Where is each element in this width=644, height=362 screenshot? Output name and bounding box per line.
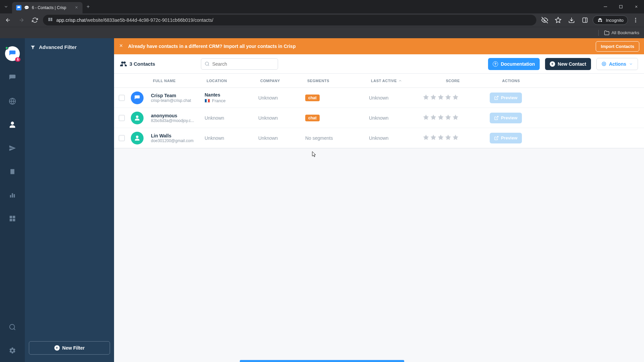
site-settings-icon[interactable] xyxy=(48,17,53,23)
window-close-button[interactable] xyxy=(629,0,644,13)
preview-button[interactable]: Preview xyxy=(490,113,522,123)
help-icon: ? xyxy=(493,61,498,67)
segment-chip[interactable]: chat xyxy=(305,95,320,101)
table-row[interactable]: Lin Wallsdoe301200@gmail.com Unknown Unk… xyxy=(114,128,644,148)
sidepanel-icon[interactable] xyxy=(579,14,591,26)
advanced-filter-header[interactable]: Advanced Filter xyxy=(29,42,110,52)
location-country: France xyxy=(205,98,258,103)
row-checkbox[interactable] xyxy=(119,115,125,121)
nav-campaigns[interactable] xyxy=(6,141,19,155)
tab-title: 6 - Contacts | Crisp xyxy=(32,5,72,10)
avatar xyxy=(131,92,144,104)
back-button[interactable] xyxy=(3,15,13,25)
segment-chip[interactable]: chat xyxy=(305,115,320,121)
svg-rect-18 xyxy=(13,216,15,218)
table-row[interactable]: Crisp Teamcrisp-team@crisp.chat NantesFr… xyxy=(114,88,644,108)
star-icon[interactable] xyxy=(423,94,429,102)
main-content: Already have contacts in a different CRM… xyxy=(114,38,644,362)
folder-icon xyxy=(604,30,609,36)
star-icon[interactable] xyxy=(445,114,451,122)
row-checkbox[interactable] xyxy=(119,135,125,141)
nav-settings[interactable] xyxy=(6,344,19,357)
last-active-value: Unknown xyxy=(369,95,388,101)
score-stars[interactable] xyxy=(423,94,483,102)
tab-search-button[interactable] xyxy=(0,1,12,13)
star-icon[interactable] xyxy=(437,134,444,142)
location-unknown: Unknown xyxy=(205,115,224,121)
table-row[interactable]: anonymous82bc6d3a@moodjoy.c... Unknown U… xyxy=(114,108,644,128)
star-icon[interactable] xyxy=(423,114,429,122)
contact-email: doe301200@gmail.com xyxy=(151,138,201,143)
window-minimize-button[interactable] xyxy=(598,0,613,13)
browser-tab[interactable]: 💬 6 - Contacts | Crisp xyxy=(12,2,83,13)
documentation-button[interactable]: ? Documentation xyxy=(488,58,540,70)
th-score[interactable]: SCORE xyxy=(423,79,483,83)
star-icon[interactable] xyxy=(430,134,437,142)
th-full-name[interactable]: FULL NAME xyxy=(151,79,205,83)
url-input[interactable]: app.crisp.chat/website/6833ae5b-844d-4c9… xyxy=(43,15,536,25)
bookmark-star-icon[interactable] xyxy=(552,14,564,26)
reload-button[interactable] xyxy=(30,15,40,25)
svg-point-22 xyxy=(205,62,209,65)
star-icon[interactable] xyxy=(430,114,437,122)
chat-bubble-icon xyxy=(9,50,16,57)
new-tab-button[interactable]: + xyxy=(83,4,94,10)
star-icon[interactable] xyxy=(452,94,459,102)
advanced-filter-label: Advanced Filter xyxy=(39,44,77,50)
star-icon[interactable] xyxy=(452,134,459,142)
star-icon[interactable] xyxy=(423,134,429,142)
browser-menu-button[interactable] xyxy=(630,14,641,26)
star-icon[interactable] xyxy=(430,94,437,102)
documentation-label: Documentation xyxy=(501,61,535,67)
search-input[interactable] xyxy=(212,61,274,67)
tab-close-button[interactable] xyxy=(74,5,78,11)
download-icon[interactable] xyxy=(566,14,577,26)
eye-off-icon[interactable] xyxy=(539,14,550,26)
nav-analytics[interactable] xyxy=(6,188,19,202)
th-location[interactable]: LOCATION xyxy=(205,79,258,83)
score-stars[interactable] xyxy=(423,114,483,122)
nav-inbox[interactable] xyxy=(6,71,19,84)
nav-helpdesk[interactable] xyxy=(6,165,19,178)
browser-tab-strip: 💬 6 - Contacts | Crisp + xyxy=(0,0,644,13)
all-bookmarks-label: All Bookmarks xyxy=(611,30,639,35)
preview-button[interactable]: Preview xyxy=(490,133,522,143)
row-checkbox[interactable] xyxy=(119,95,125,101)
star-icon[interactable] xyxy=(445,94,451,102)
new-contact-button[interactable]: + New Contact xyxy=(545,58,591,70)
banner-close-button[interactable] xyxy=(119,43,123,49)
new-filter-button[interactable]: + New Filter xyxy=(29,341,110,355)
url-text: app.crisp.chat/website/6833ae5b-844d-4c9… xyxy=(56,17,532,23)
target-icon xyxy=(601,61,606,66)
th-company[interactable]: COMPANY xyxy=(258,79,305,83)
nav-plugins[interactable] xyxy=(6,212,19,225)
incognito-indicator[interactable]: Incognito xyxy=(593,15,628,25)
forward-button[interactable] xyxy=(16,15,27,25)
star-icon[interactable] xyxy=(445,134,451,142)
import-contacts-button[interactable]: Import Contacts xyxy=(596,41,639,52)
score-stars[interactable] xyxy=(423,134,483,142)
nav-visitors[interactable] xyxy=(6,95,19,108)
import-banner: Already have contacts in a different CRM… xyxy=(114,38,644,54)
app-root: 6 Advanced Filter + New Filter Already h… xyxy=(0,38,644,362)
star-icon[interactable] xyxy=(452,114,459,122)
app-logo[interactable]: 6 xyxy=(5,46,20,61)
th-segments[interactable]: SEGMENTS xyxy=(305,79,369,83)
star-icon[interactable] xyxy=(437,94,444,102)
th-last-active[interactable]: LAST ACTIVE xyxy=(369,79,423,83)
star-icon[interactable] xyxy=(437,114,444,122)
window-maximize-button[interactable] xyxy=(613,0,629,13)
all-bookmarks-button[interactable]: All Bookmarks xyxy=(604,30,639,36)
bottom-notification-bar[interactable] xyxy=(240,360,404,362)
bookmarks-bar: All Bookmarks xyxy=(0,27,644,38)
search-input-wrap[interactable] xyxy=(201,58,278,70)
svg-rect-3 xyxy=(49,20,50,21)
notification-badge: 6 xyxy=(15,57,20,62)
svg-rect-13 xyxy=(10,169,14,174)
nav-contacts[interactable] xyxy=(6,118,19,131)
nav-search[interactable] xyxy=(6,320,19,334)
preview-button[interactable]: Preview xyxy=(490,93,522,103)
avatar xyxy=(131,112,144,124)
actions-dropdown[interactable]: Actions xyxy=(596,58,638,70)
svg-rect-20 xyxy=(13,219,15,221)
